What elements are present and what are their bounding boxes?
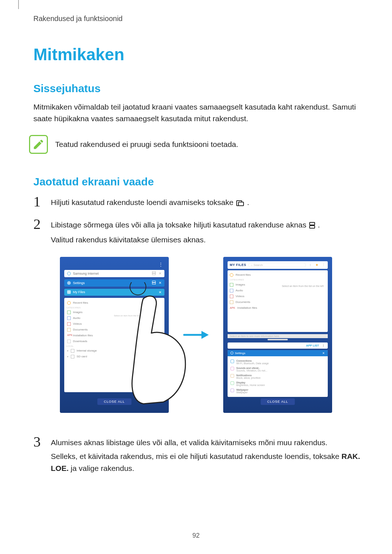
svg-rect-7 (152, 283, 156, 284)
clock-icon (230, 273, 233, 277)
settings-row-title: Wallpaper (236, 389, 248, 391)
files-panel: Recent files CATEGORIES Images Audio Vid… (228, 270, 328, 332)
svg-rect-1 (238, 202, 244, 206)
note-icon (29, 135, 48, 154)
recents-icon (236, 198, 244, 210)
step-3-text-a: Alumises aknas libistage üles või alla, … (51, 438, 327, 447)
close-icon: ✕ (159, 271, 162, 275)
list-item: Videos (73, 322, 112, 325)
pencil-note-icon (32, 138, 45, 151)
list-item: Installation files (73, 334, 112, 337)
intro-paragraph: Mitmikaken võimaldab teil jaotatud kraan… (33, 101, 359, 124)
device-left: ⋮ Samsung Internet ✕ Settings ✕ My Files… (60, 257, 169, 413)
gear-icon (230, 352, 233, 354)
note-text: Teatud rakendused ei pruugi seda funktsi… (55, 135, 238, 150)
svg-rect-4 (152, 271, 156, 273)
overflow-icon: ⋮ (159, 262, 163, 267)
split-window-icon (152, 281, 156, 285)
connections-icon (230, 360, 234, 363)
settings-row-sub: Sounds, Vibration, Do not... (236, 369, 267, 372)
settings-row-title: Sounds and vibrat.. (236, 367, 267, 369)
list-item: SD card (77, 355, 112, 358)
app-icon (67, 281, 71, 285)
settings-row-sub: Wallpaper (236, 391, 248, 394)
settings-card: Settings✕ ConnectionsWi-Fi, Bluetooth, D… (228, 350, 328, 397)
close-icon: ✕ (159, 290, 162, 294)
search-field: ⌕ Search (248, 263, 306, 267)
file-list-panel: Recent files CATEGORIES Images Audio Vid… (64, 298, 164, 392)
sdcard-icon (71, 355, 74, 358)
step-body: Hiljuti kasutatud rakenduste loendi avam… (51, 194, 363, 210)
page-title: Mitmikaken (33, 45, 363, 64)
images-icon (230, 283, 233, 287)
list-item: Videos (236, 295, 244, 298)
step-body: Alumises aknas libistage üles või alla, … (51, 435, 363, 475)
list-item: Images (73, 311, 112, 314)
notifications-icon (230, 374, 234, 378)
step-1: 1 Hiljuti kasutatud rakenduste loendi av… (33, 194, 363, 210)
svg-rect-3 (310, 226, 315, 228)
close-all-button: CLOSE ALL (261, 398, 295, 405)
storage-icon (71, 349, 74, 353)
app-list-button: APP LIST⋮ (228, 342, 328, 349)
settings-row-sub: Wi-Fi, Bluetooth, Data usage (236, 362, 269, 365)
svg-marker-9 (201, 331, 209, 339)
card-title: Settings (73, 281, 149, 285)
page-number: 92 (192, 532, 200, 539)
clock-icon (67, 301, 71, 305)
step-1-text: Hiljuti kasutatud rakenduste loendi avam… (51, 198, 236, 206)
section-intro-title: Sissejuhatus (33, 82, 363, 95)
card-title: Samsung Internet (73, 272, 149, 275)
list-item: Recent files (236, 273, 251, 276)
section-label: CATEGORIES (66, 307, 113, 309)
note-callout: Teatud rakendused ei pruugi seda funktsi… (29, 135, 363, 154)
card-title: My Files (73, 290, 156, 294)
card-title: Settings (235, 352, 245, 355)
video-icon (67, 322, 71, 326)
documents-icon (67, 328, 71, 332)
step-body: Libistage sõrmega üles või alla ja toksa… (51, 217, 363, 246)
step-2-text-c: Valitud rakendus käivitatakse ülemises a… (51, 234, 363, 246)
documents-icon (230, 300, 233, 304)
svg-rect-6 (152, 281, 156, 282)
info-bar: Select an item to see more information h… (228, 334, 328, 338)
list-item: Documents (73, 328, 112, 331)
step-number: 2 (33, 217, 44, 231)
section-split-title: Jaotatud ekraani vaade (33, 176, 363, 188)
star-icon: ★ (315, 263, 319, 267)
svg-rect-5 (152, 273, 156, 275)
crop-mark (18, 0, 19, 9)
settings-row-title: Connections (236, 360, 269, 362)
app-title: MY FILES (230, 263, 246, 267)
section-label: LOCAL (66, 345, 113, 347)
top-bar: MY FILES ⌕ Search ↕ ★ ⋮ (228, 261, 328, 269)
list-item: Recent files (73, 301, 112, 304)
settings-row-title: Display (236, 381, 265, 384)
split-window-icon (309, 220, 315, 232)
step-2-text-a: Libistage sõrmega üles või alla ja toksa… (51, 221, 309, 229)
step-1-after: . (247, 198, 249, 206)
overflow-icon: ⋮ (321, 263, 326, 267)
audio-icon (230, 289, 233, 292)
settings-row-sub: Block, allow, prioritize (236, 377, 261, 379)
step-3: 3 Alumises aknas libistage üles või alla… (33, 435, 363, 475)
list-item: Audio (236, 289, 243, 292)
hint-text: Select an item from the list on the left (113, 300, 162, 390)
sort-icon: ↕ (308, 263, 313, 267)
app-icon (67, 290, 71, 294)
overflow-icon: ⋮ (322, 344, 325, 347)
close-icon: ✕ (322, 352, 325, 355)
close-all-button: CLOSE ALL (97, 398, 131, 405)
step-3-text-b-post: ja valige rakendus. (69, 464, 134, 472)
chevron-right-icon: ▸ (67, 355, 69, 358)
list-item: Audio (73, 316, 112, 320)
svg-rect-2 (310, 222, 315, 225)
close-icon: ✕ (159, 281, 162, 285)
step-2-text-b: . (318, 221, 320, 229)
arrow-right-icon (183, 329, 209, 340)
list-item: Internal storage (77, 349, 112, 352)
step-number: 3 (33, 435, 44, 449)
running-head: Rakendused ja funktsioonid (33, 15, 363, 23)
step-2: 2 Libistage sõrmega üles või alla ja tok… (33, 217, 363, 246)
downloads-icon (67, 340, 71, 343)
